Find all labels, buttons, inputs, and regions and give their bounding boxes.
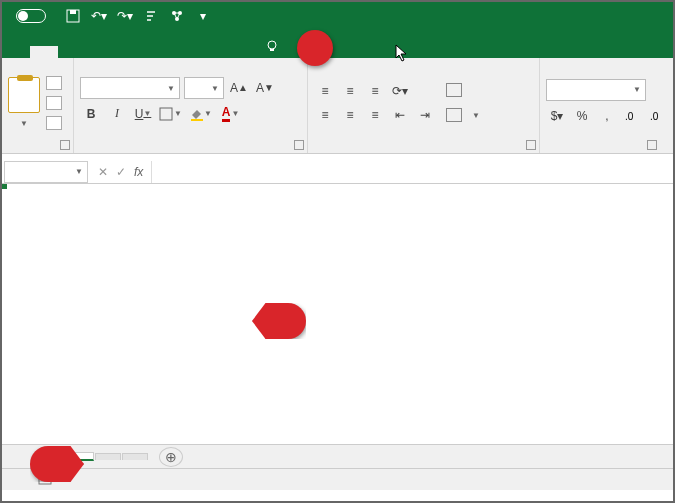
increase-font-icon[interactable]: A▲ xyxy=(228,77,250,99)
group-label-number xyxy=(540,147,660,153)
increase-decimal-icon[interactable]: .0 xyxy=(621,105,643,127)
sheet-tab-bar: ◄ ► ⊕ xyxy=(2,444,673,468)
selection-outline xyxy=(2,184,6,188)
fill-color-button[interactable]: ▼ xyxy=(188,103,214,125)
underline-button[interactable]: U▼ xyxy=(132,103,154,125)
tab-review[interactable] xyxy=(202,46,230,58)
dialog-launcher-icon[interactable] xyxy=(294,140,304,150)
orientation-icon[interactable]: ⟳▾ xyxy=(389,81,411,101)
fill-handle[interactable] xyxy=(2,184,7,189)
dialog-launcher-icon[interactable] xyxy=(526,140,536,150)
align-center-icon[interactable]: ≡ xyxy=(339,105,361,125)
svg-rect-1 xyxy=(70,10,76,14)
group-number: ▼ $▾ % , .0 .0 xyxy=(540,58,660,153)
cursor-icon xyxy=(395,44,409,62)
cancel-formula-icon[interactable]: ✕ xyxy=(98,165,108,179)
name-box[interactable]: ▼ xyxy=(4,161,88,183)
font-color-button[interactable]: A▼ xyxy=(218,103,244,125)
group-label-font xyxy=(74,147,307,153)
chevron-down-icon: ▼ xyxy=(472,111,480,120)
italic-button[interactable]: I xyxy=(106,103,128,125)
group-font: ▼ ▼ A▲ A▼ B I U▼ ▼ ▼ xyxy=(74,58,308,153)
comma-button[interactable]: , xyxy=(596,105,618,127)
save-icon[interactable] xyxy=(66,9,80,23)
svg-text:.0: .0 xyxy=(625,111,634,122)
tab-view[interactable] xyxy=(230,46,258,58)
decrease-decimal-icon[interactable]: .0 xyxy=(646,105,668,127)
chevron-down-icon: ▼ xyxy=(75,167,83,176)
toggle-switch-icon xyxy=(16,9,46,23)
svg-text:.0: .0 xyxy=(650,111,659,122)
sheet-tab-2[interactable] xyxy=(95,453,121,460)
svg-rect-6 xyxy=(270,49,274,51)
font-size-select[interactable]: ▼ xyxy=(184,77,224,99)
svg-rect-8 xyxy=(191,119,203,121)
chevron-down-icon: ▼ xyxy=(20,119,28,128)
ribbon-tabs xyxy=(2,30,673,58)
group-alignment: ≡ ≡ ≡ ⟳▾ ≡ ≡ ≡ ⇤ ⇥ xyxy=(308,58,540,153)
decrease-font-icon[interactable]: A▼ xyxy=(254,77,276,99)
chart-icon[interactable] xyxy=(170,9,184,23)
number-format-select[interactable]: ▼ xyxy=(546,79,646,101)
tab-file[interactable] xyxy=(2,46,30,58)
tab-page-layout[interactable] xyxy=(86,46,114,58)
dialog-launcher-icon[interactable] xyxy=(647,140,657,150)
new-sheet-button[interactable]: ⊕ xyxy=(159,447,183,467)
tell-me-search[interactable] xyxy=(258,34,291,58)
bold-button[interactable]: B xyxy=(80,103,102,125)
formula-bar: ▼ ✕ ✓ fx xyxy=(2,160,673,184)
sort-icon[interactable] xyxy=(144,9,158,23)
formula-input[interactable] xyxy=(151,161,673,183)
svg-point-5 xyxy=(268,41,276,49)
chevron-down-icon: ▼ xyxy=(211,84,219,93)
paste-button[interactable]: ▼ xyxy=(8,77,40,128)
undo-icon[interactable]: ↶▾ xyxy=(92,9,106,23)
redo-icon[interactable]: ↷▾ xyxy=(118,9,132,23)
ribbon-body: ▼ ▼ ▼ A▲ A▼ xyxy=(2,58,673,154)
quick-access-toolbar: ↶▾ ↷▾ ▾ xyxy=(56,9,220,23)
tab-data[interactable] xyxy=(174,46,202,58)
currency-button[interactable]: $▾ xyxy=(546,105,568,127)
group-label-clipboard xyxy=(2,147,73,153)
callout-5 xyxy=(297,30,333,66)
sheet-tab-3[interactable] xyxy=(122,453,148,460)
increase-indent-icon[interactable]: ⇥ xyxy=(414,105,436,125)
status-bar xyxy=(2,468,673,490)
align-bottom-icon[interactable]: ≡ xyxy=(364,81,386,101)
qat-customize-icon[interactable]: ▾ xyxy=(196,9,210,23)
lightbulb-icon xyxy=(266,40,278,52)
svg-rect-7 xyxy=(160,108,172,120)
dialog-launcher-icon[interactable] xyxy=(60,140,70,150)
merge-icon xyxy=(446,108,462,122)
autosave-toggle[interactable] xyxy=(6,9,56,23)
enter-formula-icon[interactable]: ✓ xyxy=(116,165,126,179)
align-right-icon[interactable]: ≡ xyxy=(364,105,386,125)
merge-center-button[interactable]: ▼ xyxy=(442,104,484,126)
chevron-down-icon: ▼ xyxy=(633,85,641,94)
title-bar: ↶▾ ↷▾ ▾ xyxy=(2,2,673,30)
copy-icon[interactable] xyxy=(46,96,62,110)
group-clipboard: ▼ xyxy=(2,58,74,153)
decrease-indent-icon[interactable]: ⇤ xyxy=(389,105,411,125)
wrap-text-button[interactable] xyxy=(442,79,484,101)
wrap-text-icon xyxy=(446,83,462,97)
format-painter-icon[interactable] xyxy=(46,116,62,130)
tab-home[interactable] xyxy=(30,46,58,58)
group-label-alignment xyxy=(308,147,539,153)
font-name-select[interactable]: ▼ xyxy=(80,77,180,99)
borders-icon xyxy=(159,107,173,121)
align-left-icon[interactable]: ≡ xyxy=(314,105,336,125)
borders-button[interactable]: ▼ xyxy=(158,103,184,125)
percent-button[interactable]: % xyxy=(571,105,593,127)
fx-icon[interactable]: fx xyxy=(134,165,143,179)
align-top-icon[interactable]: ≡ xyxy=(314,81,336,101)
chevron-down-icon: ▼ xyxy=(167,84,175,93)
cut-icon[interactable] xyxy=(46,76,62,90)
clipboard-icon xyxy=(8,77,40,113)
tab-insert[interactable] xyxy=(58,46,86,58)
spreadsheet-grid[interactable] xyxy=(2,184,673,444)
align-middle-icon[interactable]: ≡ xyxy=(339,81,361,101)
bucket-icon xyxy=(189,107,203,121)
